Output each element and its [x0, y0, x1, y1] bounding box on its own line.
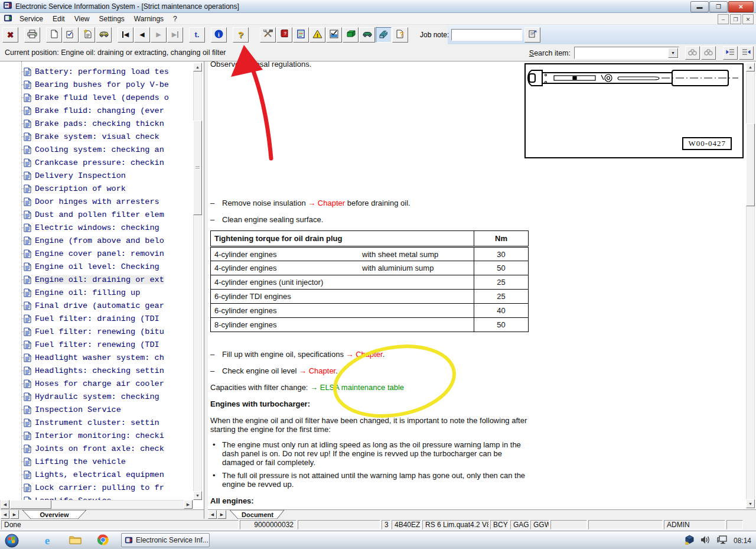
menu-view[interactable]: View — [70, 14, 94, 24]
elsa-maintenance-table-link[interactable]: → ELSA maintenance table — [310, 383, 404, 392]
document-vscroll-thumb[interactable] — [746, 124, 755, 206]
sidebar-item[interactable]: Fuel filter: renewing (bitu — [24, 325, 164, 338]
exit-button[interactable]: ✖ — [2, 27, 18, 43]
tab-document[interactable]: Document — [229, 510, 285, 519]
car-button[interactable] — [96, 27, 112, 43]
chapter-link[interactable]: → Chapter — [346, 350, 383, 359]
close-button[interactable]: ✕ — [728, 1, 754, 12]
overview-vscroll-thumb[interactable] — [193, 121, 202, 215]
sidebar-item[interactable]: Fuel filter: draining (TDI — [24, 312, 159, 325]
sidebar-item[interactable]: Brake fluid level (depends o — [24, 91, 169, 104]
document-check-button[interactable] — [63, 27, 79, 43]
help-button[interactable]: ? — [233, 27, 249, 43]
sidebar-item[interactable]: Hydraulic system: checking — [24, 390, 159, 403]
green-car-button[interactable] — [359, 27, 375, 43]
sidebar-item[interactable]: Instrument cluster: settin — [24, 416, 159, 429]
sidebar-item[interactable]: Lifting the vehicle — [24, 455, 126, 468]
mdi-close-button[interactable]: ✕ — [742, 14, 754, 24]
nav-first-button[interactable]: ◀ — [118, 27, 133, 43]
taskbar-clock[interactable]: 08:14 — [734, 537, 751, 545]
workshop-button[interactable] — [376, 27, 392, 43]
menu-settings[interactable]: Settings — [94, 14, 129, 24]
list-jump-left-button[interactable] — [723, 46, 738, 60]
overview-hscroll-thumb[interactable] — [10, 500, 51, 509]
tab-scroll-right-icon[interactable]: ▶ — [217, 510, 226, 519]
red-book-button[interactable]: ? — [276, 27, 292, 43]
taskbar-app-button[interactable]: Electronic Service Inf... — [121, 533, 210, 547]
sidebar-item[interactable]: Engine oil level: Checking — [24, 260, 159, 273]
sidebar-item[interactable]: Crankcase pressure: checkin — [24, 156, 164, 169]
sidebar-item[interactable]: Interior monitoring: checki — [24, 429, 164, 442]
new-note-button[interactable] — [79, 27, 95, 43]
tab-scroll-left-icon[interactable]: ◀ — [208, 510, 217, 519]
tab-scroll-right-icon[interactable]: ▶ — [10, 510, 19, 519]
nav-last-button[interactable]: ▶ — [167, 27, 183, 43]
speaker-icon[interactable] — [700, 535, 711, 546]
sidebar-item[interactable]: Description of work — [24, 182, 126, 195]
list-jump-right-button[interactable] — [739, 46, 754, 60]
scroll-up-icon[interactable]: ▲ — [193, 63, 202, 72]
document-list-button[interactable] — [293, 27, 309, 43]
explorer-taskbar-button[interactable] — [68, 534, 82, 548]
scroll-left-icon[interactable]: ◀ — [1, 500, 9, 509]
search-next-button[interactable] — [701, 46, 716, 60]
search-prev-button[interactable] — [685, 46, 700, 60]
warning-button[interactable]: ! — [309, 27, 325, 43]
tab-scroll-left-icon[interactable]: ◀ — [1, 510, 9, 519]
chapter-link[interactable]: → Chapter — [299, 366, 335, 375]
sidebar-item[interactable]: Electric windows: checking — [24, 221, 159, 234]
sidebar-item[interactable]: Headlights: checking settin — [24, 364, 164, 377]
sidebar-item[interactable]: Joints on front axle: check — [24, 442, 164, 455]
tab-overview[interactable]: Overview — [21, 510, 87, 519]
vm-tray-icon[interactable] — [685, 535, 695, 547]
print-button[interactable] — [24, 27, 40, 43]
network-icon[interactable] — [716, 535, 728, 546]
sidebar-item[interactable]: Final drive (automatic gear — [24, 299, 164, 312]
sidebar-item[interactable]: Dust and pollen filter elem — [24, 208, 164, 221]
mdi-restore-button[interactable]: ❐ — [730, 14, 741, 24]
menu-service[interactable]: Service — [15, 14, 48, 24]
minimize-button[interactable]: ▬ — [690, 1, 709, 12]
info-button[interactable]: i — [211, 27, 227, 43]
sidebar-item[interactable]: Inspection Service — [24, 403, 121, 416]
mdi-minimize-button[interactable]: – — [718, 14, 729, 24]
restore-button[interactable]: ❐ — [709, 1, 728, 12]
sidebar-item[interactable]: Brake fluid: changing (ever — [24, 104, 164, 117]
sidebar-item[interactable]: Lock carrier: pulling to fr — [24, 481, 164, 494]
sidebar-item[interactable]: Cooling system: checking an — [24, 143, 164, 156]
page-question-button[interactable]: ? — [392, 27, 408, 43]
job-note-edit-button[interactable] — [524, 27, 540, 43]
nav-forward-button[interactable]: ▶ — [151, 27, 167, 43]
chrome-taskbar-button[interactable] — [96, 534, 110, 548]
sidebar-item[interactable]: Engine cover panel: removin — [24, 247, 164, 260]
start-button[interactable] — [5, 534, 19, 548]
search-item-combobox[interactable]: ▼ — [574, 47, 679, 59]
green-block-button[interactable] — [343, 27, 359, 43]
sidebar-item[interactable]: Battery: performing load tes — [24, 65, 169, 78]
sidebar-item[interactable]: Delivery Inspection — [24, 169, 126, 182]
sidebar-item[interactable]: Door hinges with arresters — [24, 195, 159, 208]
nav-back-button[interactable]: ◀ — [134, 27, 150, 43]
sidebar-item[interactable]: Brake pads: checking thickn — [24, 117, 164, 130]
new-document-button[interactable] — [46, 27, 62, 43]
scroll-down-icon[interactable]: ▼ — [193, 491, 202, 500]
chapter-link[interactable]: → Chapter — [308, 199, 345, 207]
scroll-right-icon[interactable]: ▶ — [184, 500, 193, 509]
chevron-down-icon[interactable]: ▼ — [668, 48, 678, 58]
t-jump-button[interactable]: t. — [189, 27, 205, 43]
sidebar-item[interactable]: Engine (from above and belo — [24, 234, 164, 247]
sidebar-item[interactable]: Engine oil: draining or ext — [24, 273, 164, 286]
sidebar-item[interactable]: Fuel filter: renewing (TDI — [24, 338, 159, 351]
scroll-down-icon[interactable]: ▼ — [746, 499, 755, 508]
scroll-up-icon[interactable]: ▲ — [746, 63, 755, 72]
menu-edit[interactable]: Edit — [48, 14, 70, 24]
menu-help[interactable]: ? — [168, 14, 182, 24]
sidebar-item[interactable]: Headlight washer system: ch — [24, 351, 164, 364]
sidebar-item[interactable]: Lights, electrical equipmen — [24, 468, 164, 481]
menu-warnings[interactable]: Warnings — [129, 14, 168, 24]
job-note-input[interactable] — [451, 29, 522, 41]
sidebar-item[interactable]: Hoses for charge air cooler — [24, 377, 164, 390]
sidebar-item[interactable]: Brake system: visual check — [24, 130, 159, 143]
tools-button[interactable] — [260, 27, 276, 43]
ie-taskbar-button[interactable]: e — [40, 534, 54, 548]
